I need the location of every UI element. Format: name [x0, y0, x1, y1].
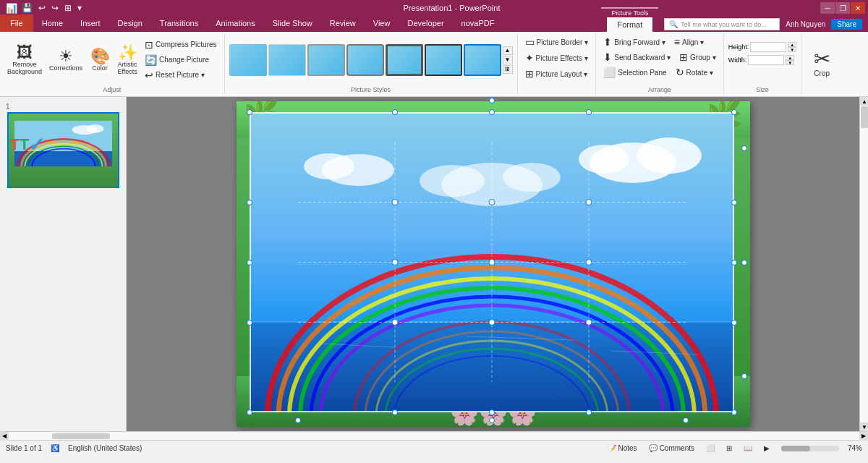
gallery-more-arrow[interactable]: ⊞ [503, 65, 513, 74]
handle-edge-top-2[interactable] [586, 109, 592, 115]
handle-edge-left-2[interactable] [247, 320, 252, 326]
tab-slideshow[interactable]: Slide Show [264, 14, 321, 32]
adjust-sub-items: ⊡ Compress Pictures 🔄 Change Picture ↩ R… [142, 38, 219, 82]
scroll-up-btn[interactable]: ▲ [860, 97, 868, 106]
handle-tm[interactable] [489, 109, 495, 115]
compress-pictures-btn[interactable]: ⊡ Compress Pictures [142, 38, 219, 52]
rotation-handle[interactable] [489, 98, 495, 103]
color-btn[interactable]: 🎨 Color [87, 47, 113, 73]
handle-edge-right-1[interactable] [731, 200, 737, 205]
rotate-btn[interactable]: ↻ Rotate ▾ [673, 65, 716, 80]
scroll-left-btn[interactable]: ◀ [0, 432, 9, 441]
search-placeholder: Tell me what you want to do... [681, 21, 767, 28]
picture-border-btn[interactable]: ▭ Picture Border ▾ [522, 35, 592, 49]
restore-btn[interactable]: ❐ [835, 2, 850, 14]
tab-format[interactable]: Format [607, 17, 652, 32]
tab-review[interactable]: Review [321, 14, 365, 32]
handle-bl[interactable] [247, 409, 252, 415]
handle-outer-bot-r[interactable] [683, 417, 689, 423]
handle-br[interactable] [731, 409, 737, 415]
minimize-btn[interactable]: ─ [820, 2, 835, 14]
gallery-down-arrow[interactable]: ▼ [503, 56, 513, 64]
remove-background-btn[interactable]: 🖼 RemoveBackground [4, 43, 45, 77]
height-input[interactable] [750, 42, 786, 52]
selection-pane-btn[interactable]: ⬜ Selection Pane [600, 65, 669, 80]
handle-outer-right-m[interactable] [741, 260, 747, 266]
tab-design[interactable]: Design [109, 14, 151, 32]
tab-novapdf[interactable]: novaPDF [453, 14, 503, 32]
tab-insert[interactable]: Insert [72, 14, 109, 32]
slideshow-btn[interactable]: ▶ [761, 444, 773, 452]
width-down-btn[interactable]: ▼ [786, 60, 794, 65]
group-btn[interactable]: ⊞ Group ▾ [676, 50, 719, 64]
bring-forward-btn[interactable]: ⬆ Bring Forward ▾ [600, 35, 668, 49]
handle-edge-bot-1[interactable] [392, 409, 398, 415]
slide-thumbnail-1[interactable]: T T ✓ [7, 112, 119, 188]
reset-picture-btn[interactable]: ↩ Reset Picture ▾ [142, 68, 219, 82]
crop-btn[interactable]: ✂ Crop [806, 46, 838, 80]
handle-outer-right-t[interactable] [741, 145, 747, 151]
arrange-row1: ⬆ Bring Forward ▾ ≡ Align ▾ [600, 35, 707, 49]
user-name[interactable]: Anh Nguyen [786, 20, 825, 28]
picture-layout-btn[interactable]: ⊞ Picture Layout ▾ [522, 67, 591, 81]
height-down-btn[interactable]: ▼ [788, 47, 796, 52]
tab-animations[interactable]: Animations [207, 14, 263, 32]
style-item-7[interactable] [464, 44, 501, 76]
handle-outer-bot-m[interactable] [489, 417, 495, 423]
tell-me-search[interactable]: 🔍 Tell me what you want to do... [664, 18, 780, 30]
handle-mr[interactable] [731, 260, 737, 266]
customize-quick-btn[interactable]: ⊞ [63, 3, 73, 13]
slide-canvas[interactable]: 🌿 🌿 🌸🌸🌸 [237, 101, 750, 427]
style-item-6[interactable] [425, 44, 462, 76]
svg-point-25 [637, 137, 702, 174]
reading-view-btn[interactable]: 📖 [741, 444, 755, 452]
scroll-right-btn[interactable]: ▶ [859, 432, 868, 441]
selected-image[interactable] [250, 112, 734, 412]
handle-edge-bot-2[interactable] [586, 409, 592, 415]
tab-home[interactable]: Home [33, 14, 72, 32]
zoom-slider[interactable] [781, 446, 839, 451]
handle-outer-right-b[interactable] [741, 373, 747, 379]
normal-view-btn[interactable]: ⬜ [703, 444, 718, 452]
more-quick-btn[interactable]: ▾ [76, 3, 83, 13]
handle-bm[interactable] [489, 409, 495, 415]
tab-file[interactable]: File [0, 14, 33, 32]
close-btn[interactable]: ✕ [851, 2, 865, 14]
handle-edge-right-2[interactable] [731, 320, 737, 326]
style-item-5[interactable] [386, 44, 423, 76]
notes-btn[interactable]: 📝 Notes [605, 444, 640, 452]
style-item-2[interactable] [268, 44, 306, 76]
tab-developer[interactable]: Developer [399, 14, 452, 32]
handle-tl[interactable] [247, 109, 252, 115]
tab-view[interactable]: View [365, 14, 399, 32]
gallery-up-arrow[interactable]: ▲ [503, 46, 513, 55]
width-up-btn[interactable]: ▲ [786, 55, 794, 60]
artistic-effects-btn[interactable]: ✨ ArtisticEffects [114, 43, 140, 77]
slide-sorter-btn[interactable]: ⊞ [723, 444, 735, 452]
handle-outer-bot-l[interactable] [295, 417, 301, 423]
comments-btn[interactable]: 💬 Comments [646, 444, 697, 452]
h-scroll-thumb[interactable] [52, 433, 110, 439]
undo-quick-btn[interactable]: ↩ [37, 3, 47, 13]
height-up-btn[interactable]: ▲ [788, 42, 796, 47]
align-btn[interactable]: ≡ Align ▾ [671, 35, 707, 49]
width-input[interactable] [748, 55, 784, 65]
save-quick-btn[interactable]: 💾 [20, 3, 34, 13]
picture-effects-btn[interactable]: ✦ Picture Effects ▾ [522, 51, 591, 65]
style-item-4[interactable] [346, 44, 384, 76]
redo-quick-btn[interactable]: ↪ [50, 3, 60, 13]
handle-edge-top-1[interactable] [392, 109, 398, 115]
corrections-btn[interactable]: ☀ Corrections [46, 47, 85, 73]
send-backward-btn[interactable]: ⬇ Send Backward ▾ [600, 50, 673, 64]
handle-edge-left-1[interactable] [247, 200, 252, 205]
share-button[interactable]: Share [831, 19, 862, 30]
style-item-1[interactable] [229, 44, 267, 76]
handle-tr[interactable] [731, 109, 737, 115]
scroll-down-btn[interactable]: ▼ [860, 422, 868, 431]
scroll-thumb[interactable] [861, 106, 868, 128]
svg-point-30 [420, 165, 485, 197]
change-picture-btn[interactable]: 🔄 Change Picture [142, 53, 219, 67]
tab-transitions[interactable]: Transitions [151, 14, 207, 32]
handle-ml[interactable] [247, 260, 252, 266]
style-item-3[interactable] [307, 44, 345, 76]
